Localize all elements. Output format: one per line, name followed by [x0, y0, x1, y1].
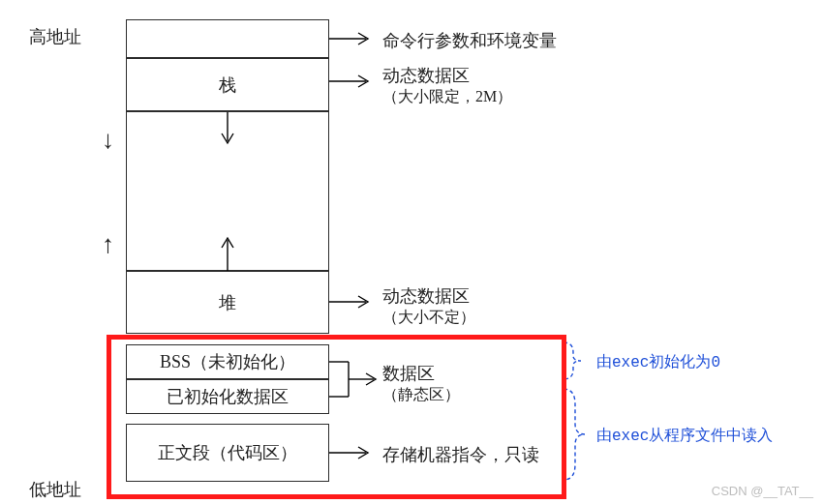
- label-low-address: 低地址: [29, 478, 81, 501]
- note-heap-line2: （大小不定）: [382, 308, 475, 328]
- diagram-root: { "labels": { "high_addr": "高地址", "low_a…: [0, 0, 823, 504]
- arrow-up-icon: [218, 232, 237, 271]
- note-cmdline: 命令行参数和环境变量: [382, 29, 557, 52]
- arrow-right-icon: [329, 443, 378, 462]
- brace-icon: [562, 339, 593, 383]
- brace-icon: [562, 385, 593, 484]
- arrow-heap-grows-up: ↑: [102, 230, 114, 259]
- arrow-right-icon: [329, 292, 378, 311]
- segment-data-label: 已初始化数据区: [127, 385, 328, 408]
- segment-cmdline-env: [126, 19, 329, 58]
- segment-initialized-data: 已初始化数据区: [126, 379, 329, 414]
- note-heap-line1: 动态数据区: [382, 284, 470, 308]
- note-exec-read-file: 由exec从程序文件中读入: [596, 426, 773, 446]
- watermark: CSDN @__TAT__: [712, 484, 813, 498]
- note-text-line1: 存储机器指令，只读: [382, 443, 539, 466]
- note-dataarea-line1: 数据区: [382, 362, 435, 385]
- bracket-icon: [329, 344, 387, 414]
- segment-text-label: 正文段（代码区）: [127, 441, 328, 464]
- segment-text: 正文段（代码区）: [126, 424, 329, 482]
- arrow-right-icon: [329, 72, 378, 91]
- arrow-right-icon: [329, 29, 378, 48]
- note-dataarea-line2: （静态区）: [382, 385, 460, 405]
- note-stack-line1: 动态数据区: [382, 64, 470, 87]
- segment-bss-label: BSS（未初始化）: [127, 350, 328, 373]
- segment-bss: BSS（未初始化）: [126, 344, 329, 379]
- arrow-stack-grows-down: ↓: [102, 126, 114, 155]
- label-high-address: 高地址: [29, 25, 81, 48]
- segment-stack-label: 栈: [127, 74, 328, 97]
- segment-heap-label: 堆: [127, 291, 328, 314]
- segment-heap: 堆: [126, 271, 329, 334]
- note-stack-line2: （大小限定，2M）: [382, 87, 512, 107]
- arrow-down-icon: [218, 112, 237, 151]
- segment-stack: 栈: [126, 58, 329, 111]
- note-exec-init-bss: 由exec初始化为0: [596, 352, 720, 372]
